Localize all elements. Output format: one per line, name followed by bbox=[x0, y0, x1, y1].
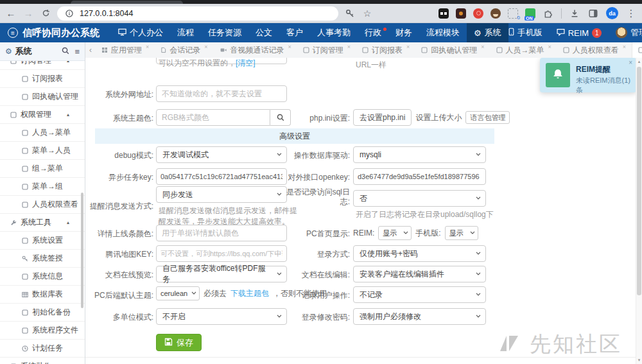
tab-receipt-confirm[interactable]: 回执确认管理× bbox=[415, 42, 490, 58]
bookmark-star-icon[interactable]: ☆ bbox=[361, 8, 373, 19]
tab-app-manage[interactable]: 应用管理× bbox=[96, 42, 155, 58]
sidebar-item-menu-to-user[interactable]: 菜单→人员 bbox=[0, 142, 85, 160]
sidebar-item-user-to-menu[interactable]: 人员→菜单 bbox=[0, 124, 85, 142]
nav-item-personal-office[interactable]: 个人办公 bbox=[111, 23, 170, 42]
sidebar-item-system-settings[interactable]: 系统设置 bbox=[0, 232, 85, 250]
tab-user-to-menu[interactable]: 人员→菜单× bbox=[490, 42, 557, 58]
sidebar-item-scheduled-tasks[interactable]: 计划任务 bbox=[0, 340, 85, 358]
nav-item-hr-attendance[interactable]: 人事考勤 bbox=[310, 23, 358, 42]
nav-item-official-doc[interactable]: 公文 bbox=[248, 23, 279, 42]
scroll-up-icon[interactable]: ▴ bbox=[636, 59, 642, 64]
tab-close-icon[interactable]: × bbox=[288, 44, 291, 50]
sidebar-scrollbar-thumb[interactable] bbox=[81, 193, 83, 308]
tab-av-call-records[interactable]: 音视频通话记录× bbox=[214, 42, 297, 58]
login-change-pwd-select[interactable]: 强制用户必须修改 bbox=[353, 308, 486, 325]
sidebar-item-system-info[interactable]: 系统信息 bbox=[0, 268, 85, 286]
sidebar-item-menu-to-group[interactable]: 菜单→组 bbox=[0, 178, 85, 196]
sidebar-item-user-perm-view[interactable]: 人员权限查看 bbox=[0, 196, 85, 214]
tab-close-icon[interactable]: × bbox=[623, 44, 626, 50]
sidebar-item-system-tools-group[interactable]: 系统工具▴ bbox=[0, 214, 85, 232]
tab-system-settings[interactable]: 系统设置× bbox=[632, 42, 642, 58]
detail-line-color-input[interactable] bbox=[156, 225, 287, 241]
pc-home-display-select[interactable]: 显示 bbox=[445, 226, 478, 240]
app-brand[interactable]: ≡ 信呼协同办公系统 bbox=[0, 23, 107, 42]
tab-close-icon[interactable]: × bbox=[146, 44, 149, 50]
nav-item-workflow-module[interactable]: 流程模块 bbox=[419, 23, 467, 42]
tab-close-icon[interactable]: × bbox=[548, 44, 551, 50]
site-info-icon[interactable] bbox=[64, 8, 75, 19]
nav-item-administration[interactable]: 行政 bbox=[358, 23, 388, 42]
reload-icon[interactable] bbox=[40, 8, 51, 19]
tab-subscribe-report[interactable]: 订阅报表× bbox=[356, 42, 415, 58]
sidebar-item-system-actions-group[interactable]: 系统动作▾ bbox=[0, 358, 85, 364]
tab-close-icon[interactable]: × bbox=[347, 44, 351, 50]
sql-log-select[interactable]: 否 bbox=[353, 190, 486, 207]
notify-send-mode-select[interactable]: 同步发送 bbox=[156, 186, 287, 203]
extension-icon-3[interactable] bbox=[473, 8, 483, 19]
reim-notification-popup[interactable]: × REIM提醒 未读REIM消息(1)条 bbox=[540, 58, 636, 92]
tab-user-perm-view[interactable]: 人员权限查看× bbox=[557, 42, 632, 58]
async-task-key-input[interactable] bbox=[156, 168, 287, 185]
extension-icon-6[interactable]: ON bbox=[525, 8, 535, 19]
pc-theme-link[interactable]: 下载主题包 bbox=[230, 288, 269, 299]
downloads-icon[interactable] bbox=[569, 8, 580, 19]
tab-scroll-left[interactable]: ‹ bbox=[85, 42, 96, 58]
sidebar-item-subscribe-report[interactable]: 订阅报表 bbox=[0, 70, 85, 88]
phpini-button[interactable]: 语言包管理 bbox=[465, 111, 510, 124]
login-mode-select[interactable]: 仅使用账号+密码 bbox=[353, 245, 486, 262]
sidebar-item-system-program-files[interactable]: 系统程序文件 bbox=[0, 322, 85, 340]
sidebar-item-subscribe-manage-group[interactable]: 订阅管理▴ bbox=[0, 61, 85, 70]
sidebar-item-group-to-menu[interactable]: 组→菜单 bbox=[0, 160, 85, 178]
side-panel-icon[interactable] bbox=[587, 8, 599, 19]
nav-admin-menu[interactable]: 管理员 ▾ bbox=[616, 27, 642, 39]
db-driver-select[interactable]: mysqli bbox=[353, 146, 486, 163]
sidebar-item-receipt-confirm[interactable]: 回执确认管理 bbox=[0, 88, 85, 106]
sidebar-item-database-tables[interactable]: 数据库表 bbox=[0, 286, 85, 304]
url-text[interactable]: 127.0.0.1:8044 bbox=[80, 9, 133, 18]
sidebar-item-system-authorize[interactable]: 系统签授 bbox=[0, 250, 85, 268]
tab-subscribe-manage[interactable]: 订阅管理× bbox=[297, 42, 356, 58]
nav-item-finance[interactable]: 财务 bbox=[388, 23, 419, 42]
external-url-input[interactable] bbox=[156, 85, 287, 102]
tab-close-icon[interactable]: × bbox=[481, 44, 484, 50]
record-user-ops-select[interactable]: 不记录 bbox=[353, 286, 486, 303]
close-icon[interactable]: × bbox=[629, 59, 632, 66]
extension-icon-1[interactable] bbox=[438, 8, 449, 19]
tab-chat-records[interactable]: 会话记录× bbox=[155, 42, 213, 58]
sidebar-search-icon[interactable] bbox=[62, 46, 69, 57]
theme-color-input[interactable] bbox=[156, 109, 270, 126]
sidebar-collapse-icon[interactable]: ≡ bbox=[74, 47, 80, 56]
sidebar-item-perm-manage-group[interactable]: 权限管理▴ bbox=[0, 106, 85, 124]
forward-icon[interactable]: → bbox=[22, 8, 34, 19]
extension-icon-5[interactable]: 0 bbox=[508, 8, 518, 19]
content-scrollbar[interactable]: ▴ ▾ bbox=[636, 58, 642, 364]
pc-theme-select[interactable]: cerulean bbox=[156, 286, 200, 300]
openkey-input[interactable] bbox=[353, 168, 486, 185]
nav-item-customer[interactable]: 客户 bbox=[279, 23, 310, 42]
extension-icon-2[interactable] bbox=[456, 8, 466, 19]
scrollbar-thumb[interactable] bbox=[637, 67, 641, 295]
extension-icon-4[interactable] bbox=[490, 8, 501, 19]
tab-close-icon[interactable]: × bbox=[406, 44, 410, 50]
system-url-help-link[interactable]: [清空] bbox=[236, 58, 256, 67]
debug-mode-select[interactable]: 开发调试模式 bbox=[156, 146, 287, 163]
address-bar[interactable]: 127.0.0.1:8044 bbox=[57, 6, 338, 21]
doc-preview-select[interactable]: 自己服务器安装office转PDF服务 bbox=[156, 266, 287, 282]
tab-close-icon[interactable]: × bbox=[204, 44, 207, 50]
save-button[interactable]: 保存 bbox=[156, 334, 202, 351]
back-icon[interactable]: ← bbox=[5, 8, 17, 19]
chrome-menu-icon[interactable]: ⋮ bbox=[625, 8, 637, 19]
nav-item-system[interactable]: ⚙系统 bbox=[467, 23, 508, 42]
browser-profile-avatar[interactable]: da bbox=[606, 7, 618, 19]
multi-unit-mode-select[interactable]: 不开启 bbox=[156, 308, 287, 325]
nav-item-workflow[interactable]: 流程 bbox=[170, 23, 201, 42]
extensions-puzzle-icon[interactable] bbox=[542, 8, 554, 19]
pc-home-display-select[interactable]: 显示 bbox=[378, 226, 412, 240]
password-key-icon[interactable] bbox=[344, 8, 356, 19]
nav-reim[interactable]: REIM 1 bbox=[557, 28, 602, 38]
doc-edit-select[interactable]: 安装客户端在线编辑插件 bbox=[353, 266, 486, 282]
nav-item-task-resource[interactable]: 任务资源 bbox=[201, 23, 248, 42]
scroll-down-icon[interactable]: ▾ bbox=[636, 358, 642, 363]
sidebar-item-init-backup[interactable]: 初始化备份 bbox=[0, 304, 85, 322]
nav-mobile-version[interactable]: 手机版 bbox=[508, 27, 542, 39]
